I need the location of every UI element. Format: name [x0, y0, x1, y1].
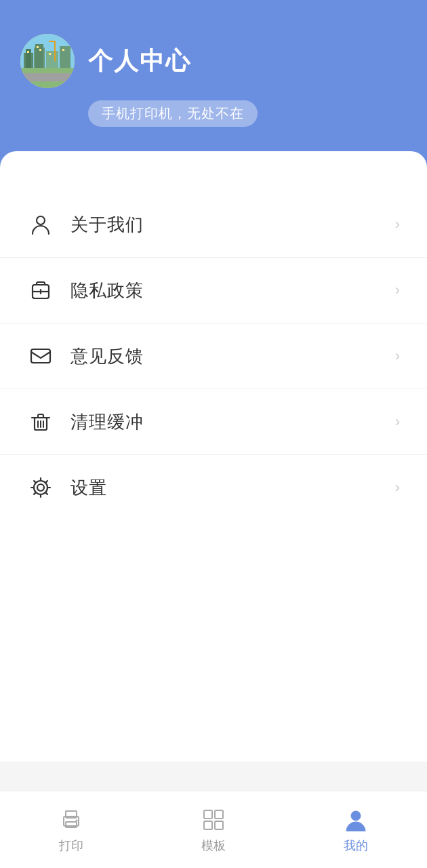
- svg-rect-13: [49, 53, 51, 55]
- menu-label-about: 关于我们: [70, 213, 395, 237]
- nav-item-template[interactable]: 模板: [142, 806, 285, 854]
- nav-label-print: 打印: [59, 837, 83, 854]
- svg-rect-14: [62, 49, 64, 51]
- menu-item-privacy[interactable]: 隐私政策 ›: [0, 258, 427, 323]
- svg-line-33: [34, 481, 36, 483]
- menu-label-settings: 设置: [70, 476, 395, 500]
- svg-rect-21: [31, 349, 50, 363]
- svg-rect-44: [215, 821, 223, 829]
- person-icon: [27, 211, 54, 238]
- svg-rect-7: [60, 46, 70, 68]
- nav-label-template: 模板: [201, 837, 226, 854]
- svg-rect-9: [20, 73, 75, 81]
- menu-label-feedback: 意见反馈: [70, 344, 395, 368]
- menu-item-feedback[interactable]: 意见反馈 ›: [0, 323, 427, 389]
- gear-icon: [27, 474, 54, 501]
- header: 个人中心 手机打印机，无处不在: [0, 0, 427, 167]
- menu-item-settings[interactable]: 设置 ›: [0, 455, 427, 520]
- svg-rect-15: [54, 41, 56, 61]
- menu-item-about[interactable]: 关于我们 ›: [0, 192, 427, 258]
- main-card: 关于我们 › 隐私政策 ›: [0, 151, 427, 762]
- template-icon: [200, 806, 227, 833]
- svg-rect-11: [37, 46, 39, 48]
- chevron-icon-about: ›: [395, 216, 400, 233]
- chevron-icon-privacy: ›: [395, 281, 400, 299]
- svg-rect-12: [39, 49, 41, 51]
- svg-line-34: [45, 492, 47, 494]
- nav-item-mine[interactable]: 我的: [285, 806, 427, 854]
- trash-icon: [27, 408, 54, 435]
- nav-label-mine: 我的: [344, 837, 368, 854]
- mail-icon: [27, 342, 54, 370]
- header-subtitle: 手机打印机，无处不在: [88, 100, 258, 127]
- svg-rect-5: [35, 44, 43, 68]
- chevron-icon-settings: ›: [395, 479, 400, 496]
- chevron-icon-feedback: ›: [395, 347, 400, 365]
- svg-point-40: [76, 819, 78, 821]
- svg-rect-42: [215, 810, 223, 818]
- svg-line-36: [34, 492, 36, 494]
- avatar[interactable]: [20, 34, 75, 88]
- nav-item-print[interactable]: 打印: [0, 806, 142, 854]
- svg-rect-16: [49, 41, 56, 42]
- printer-icon: [58, 806, 85, 833]
- svg-rect-43: [204, 821, 212, 829]
- chevron-icon-clear-cache: ›: [395, 413, 400, 431]
- menu-item-clear-cache[interactable]: 清理缓冲 ›: [0, 389, 427, 455]
- shield-icon: [27, 277, 54, 304]
- menu-label-privacy: 隐私政策: [70, 279, 395, 302]
- svg-line-35: [45, 481, 47, 483]
- bottom-nav: 打印 模板 我的: [0, 791, 427, 868]
- page-title: 个人中心: [88, 45, 191, 78]
- svg-point-45: [351, 811, 361, 821]
- mine-icon: [342, 806, 369, 833]
- svg-rect-10: [27, 51, 29, 53]
- svg-point-27: [37, 484, 44, 491]
- svg-rect-6: [46, 51, 58, 68]
- menu-list: 关于我们 › 隐私政策 ›: [0, 178, 427, 534]
- header-top: 个人中心: [20, 34, 191, 88]
- svg-rect-41: [204, 810, 212, 818]
- svg-point-17: [37, 216, 45, 224]
- menu-label-clear-cache: 清理缓冲: [70, 410, 395, 434]
